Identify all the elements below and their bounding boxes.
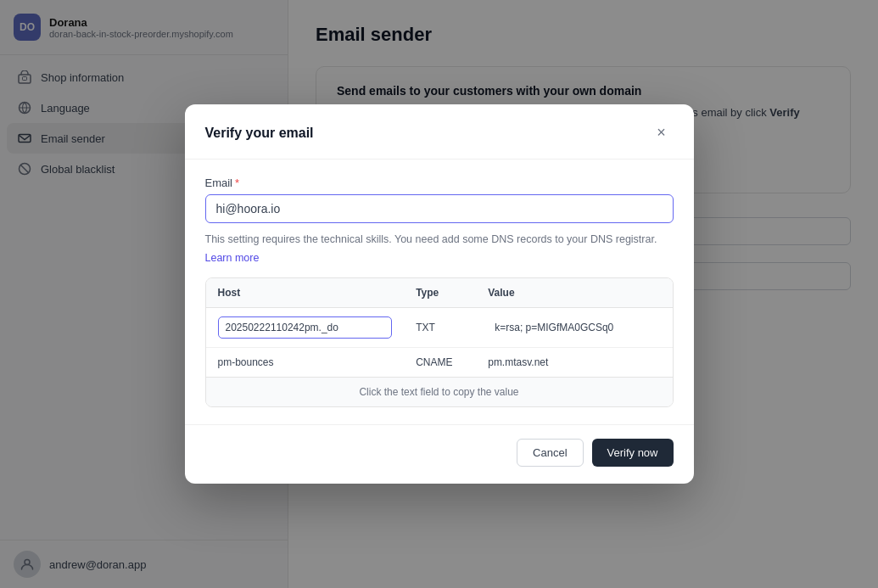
- col-host: Host: [206, 278, 405, 308]
- dns-table: Host Type Value TXT: [206, 278, 673, 377]
- verify-email-modal: Verify your email × Email * This setting…: [185, 104, 694, 484]
- dns-row2-host: pm-bounces: [206, 348, 405, 378]
- copy-hint: Click the text field to copy the value: [206, 377, 673, 406]
- dns-row2-type: CNAME: [404, 348, 476, 378]
- modal-header: Verify your email ×: [185, 104, 694, 160]
- dns-row-1: TXT: [206, 308, 673, 348]
- dns-value-input-1[interactable]: [488, 317, 660, 338]
- verify-now-button[interactable]: Verify now: [592, 439, 674, 467]
- dns-row1-type: TXT: [404, 308, 476, 348]
- dns-row1-host[interactable]: [206, 308, 405, 348]
- modal-title: Verify your email: [205, 126, 314, 141]
- learn-more-link[interactable]: Learn more: [205, 252, 260, 264]
- modal-close-button[interactable]: ×: [650, 121, 674, 145]
- required-indicator: *: [235, 176, 239, 189]
- modal-overlay: Verify your email × Email * This setting…: [0, 0, 878, 588]
- dns-row2-value: pm.mtasv.net: [476, 348, 672, 378]
- modal-body: Email * This setting requires the techni…: [185, 160, 694, 425]
- dns-host-input-1[interactable]: [218, 316, 393, 339]
- cancel-button[interactable]: Cancel: [517, 439, 583, 467]
- email-field[interactable]: [205, 194, 674, 223]
- modal-footer: Cancel Verify now: [185, 424, 694, 484]
- dns-row-2: pm-bounces CNAME pm.mtasv.net: [206, 348, 673, 378]
- email-field-label: Email *: [205, 176, 674, 189]
- dns-table-header-row: Host Type Value: [206, 278, 673, 308]
- col-type: Type: [404, 278, 476, 308]
- hint-text: This setting requires the technical skil…: [205, 232, 674, 248]
- col-value: Value: [476, 278, 672, 308]
- dns-table-wrapper: Host Type Value TXT: [205, 277, 674, 407]
- dns-row1-value[interactable]: [476, 308, 672, 348]
